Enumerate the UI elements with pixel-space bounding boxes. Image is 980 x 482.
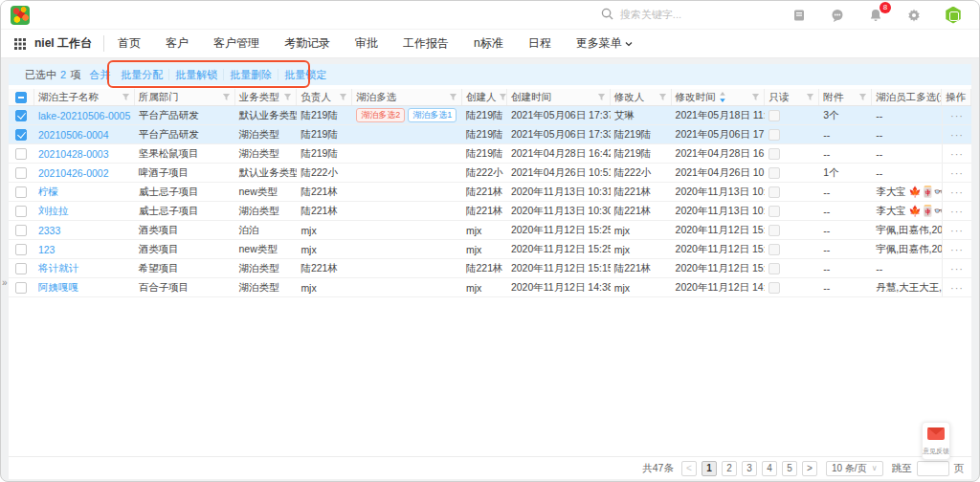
- selected-suffix: 项: [70, 68, 80, 82]
- page-size-select[interactable]: 10 条/页 ∨: [826, 461, 883, 476]
- nav-item-7[interactable]: 日程: [528, 35, 551, 52]
- bell-icon[interactable]: 8: [868, 8, 883, 23]
- filter-icon[interactable]: [447, 93, 457, 101]
- filter-icon[interactable]: [595, 93, 606, 101]
- cell-multi-tags: [352, 278, 462, 296]
- row-actions-icon[interactable]: ···: [950, 225, 964, 236]
- column-label-attachments: 附件: [823, 91, 843, 104]
- record-link[interactable]: 阿姨嘎嘎: [38, 281, 78, 295]
- row-checkbox[interactable]: [15, 206, 27, 217]
- cell-modifier: 陆221林: [611, 259, 672, 277]
- filter-icon[interactable]: [281, 93, 292, 101]
- row-actions-icon[interactable]: ···: [950, 206, 964, 217]
- batch-action-2[interactable]: 批量删除: [223, 69, 278, 80]
- row-actions-icon[interactable]: ···: [950, 244, 964, 255]
- cell-readonly: [765, 259, 819, 277]
- global-search-input[interactable]: 搜索关键字...: [601, 7, 681, 24]
- row-checkbox[interactable]: [15, 110, 27, 121]
- record-link[interactable]: 20210428-0003: [38, 148, 109, 160]
- nav-item-1[interactable]: 客户: [166, 35, 189, 52]
- page-button-1[interactable]: 1: [702, 461, 717, 476]
- batch-action-1[interactable]: 批量解锁: [168, 69, 223, 80]
- column-label-modified: 修改时间: [676, 91, 716, 104]
- nav-item-6[interactable]: n标准: [474, 35, 503, 52]
- cell-name: lake-20210506-0005: [34, 106, 135, 124]
- cell-modifier: 陆221林: [611, 183, 672, 201]
- row-checkbox[interactable]: [15, 186, 27, 198]
- cell-dept: 百合子项目: [135, 278, 235, 296]
- select-all-checkbox[interactable]: [15, 92, 27, 103]
- row-checkbox[interactable]: [15, 167, 27, 179]
- prev-page-icon[interactable]: <: [681, 461, 697, 476]
- column-label-name: 湖泊主子名称: [38, 91, 99, 104]
- row-actions-icon[interactable]: ···: [950, 129, 964, 141]
- document-icon[interactable]: [791, 8, 807, 23]
- more-menu-button[interactable]: 更多菜单: [576, 35, 633, 52]
- record-link[interactable]: 将计就计: [38, 262, 78, 275]
- filter-icon[interactable]: [749, 93, 760, 101]
- panel-expander-icon[interactable]: »: [2, 277, 8, 288]
- row-checkbox[interactable]: [15, 148, 27, 160]
- page-button-2[interactable]: 2: [722, 461, 737, 476]
- cell-attachments: --: [819, 183, 872, 201]
- record-link[interactable]: lake-20210506-0005: [38, 110, 130, 121]
- page-button-3[interactable]: 3: [742, 461, 757, 476]
- sort-icon[interactable]: [719, 92, 726, 102]
- nav-item-5[interactable]: 工作报告: [403, 35, 449, 52]
- batch-action-3[interactable]: 批量锁定: [278, 69, 332, 80]
- record-link[interactable]: 20210506-0004: [38, 129, 109, 141]
- cell-creator: 陆219陆: [462, 106, 507, 124]
- cell-modifier: mjx: [611, 221, 672, 239]
- merge-button[interactable]: 合并: [89, 68, 110, 82]
- row-actions-icon[interactable]: ···: [950, 186, 964, 198]
- filter-icon[interactable]: [804, 93, 814, 101]
- filter-icon[interactable]: [857, 93, 867, 101]
- cell-staff-multi: --: [872, 164, 942, 182]
- row-checkbox[interactable]: [15, 225, 27, 236]
- filter-icon[interactable]: [120, 93, 130, 101]
- batch-action-0[interactable]: 批量分配: [115, 69, 168, 80]
- row-actions-icon[interactable]: ···: [950, 282, 964, 294]
- readonly-checkbox: [768, 129, 780, 141]
- nav-item-3[interactable]: 考勤记录: [284, 35, 330, 52]
- cell-attachments: --: [819, 259, 872, 277]
- record-link[interactable]: 柠檬: [38, 186, 58, 199]
- row-checkbox[interactable]: [15, 129, 27, 141]
- apps-grid-icon[interactable]: [14, 38, 26, 50]
- cell-actions: ···: [942, 278, 971, 296]
- row-actions-icon[interactable]: ···: [950, 148, 964, 160]
- nav-item-0[interactable]: 首页: [118, 35, 141, 52]
- row-actions-icon[interactable]: ···: [950, 263, 964, 274]
- page-button-4[interactable]: 4: [762, 461, 777, 476]
- row-checkbox[interactable]: [15, 263, 27, 274]
- cell-readonly: [765, 202, 819, 220]
- column-header-multi: 湖泊多选: [352, 89, 462, 105]
- row-checkbox[interactable]: [15, 282, 27, 294]
- cell-attachments: --: [819, 278, 872, 296]
- user-avatar[interactable]: [945, 7, 962, 24]
- cell-attachments: --: [819, 202, 872, 220]
- row-actions-icon[interactable]: ···: [950, 167, 964, 179]
- filter-icon[interactable]: [220, 93, 231, 101]
- record-link[interactable]: 2333: [38, 225, 60, 236]
- filter-icon[interactable]: [337, 93, 347, 101]
- column-label-staff: 湖泊员工多选(无需: [876, 91, 942, 104]
- record-link[interactable]: 刘拉拉: [38, 205, 69, 218]
- cell-modifier: 陆219陆: [611, 144, 672, 163]
- next-page-icon[interactable]: >: [802, 461, 817, 476]
- filter-icon[interactable]: [657, 93, 667, 101]
- gear-icon[interactable]: [906, 8, 922, 23]
- filter-icon[interactable]: [497, 93, 507, 101]
- nav-item-2[interactable]: 客户管理: [213, 35, 259, 52]
- cell-actions: ···: [942, 144, 971, 163]
- feedback-button[interactable]: 意见反馈: [922, 422, 950, 460]
- record-link[interactable]: 123: [38, 244, 56, 255]
- record-link[interactable]: 20210426-0002: [38, 167, 109, 179]
- row-checkbox[interactable]: [15, 244, 27, 255]
- page-button-5[interactable]: 5: [782, 461, 797, 476]
- chat-icon[interactable]: [830, 8, 845, 23]
- row-actions-icon[interactable]: ···: [950, 110, 964, 121]
- cell-dept: 威士忌子项目: [135, 183, 235, 201]
- jump-page-input[interactable]: [917, 461, 949, 476]
- nav-item-4[interactable]: 审批: [355, 35, 378, 52]
